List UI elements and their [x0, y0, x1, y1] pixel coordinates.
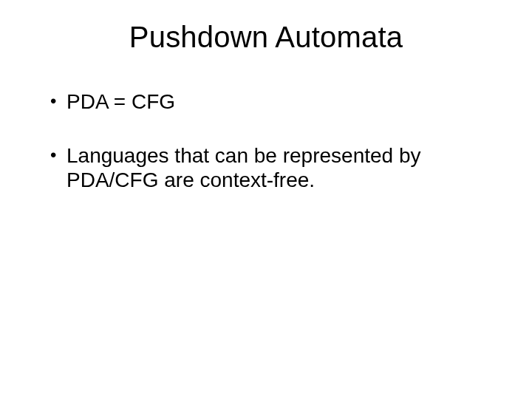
list-item: Languages that can be represented by PDA… — [50, 143, 495, 192]
slide-title: Pushdown Automata — [37, 21, 495, 54]
bullet-list: PDA = CFG Languages that can be represen… — [37, 89, 495, 192]
list-item: PDA = CFG — [50, 89, 495, 114]
slide: Pushdown Automata PDA = CFG Languages th… — [0, 0, 532, 399]
